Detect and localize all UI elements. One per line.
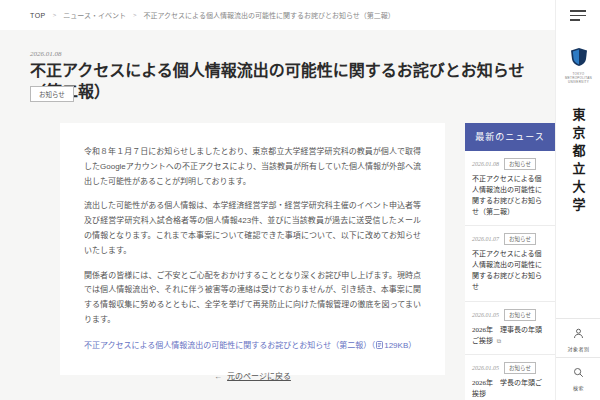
back-arrow-icon: ←	[214, 372, 222, 381]
breadcrumb-separator: >	[133, 12, 137, 18]
news-item-badge: お知らせ	[504, 309, 536, 321]
article-date: 2026.01.08	[30, 50, 62, 58]
news-item-title: 2026年 学長の年頭ご挨拶	[472, 378, 548, 400]
news-item[interactable]: 2026.01.08 お知らせ 不正アクセスによる個人情報流出の可能性に関するお…	[465, 151, 555, 226]
news-item-badge: お知らせ	[504, 158, 536, 170]
breadcrumb-top[interactable]: TOP	[30, 12, 46, 19]
pdf-download-line: 不正アクセスによる個人情報流出の可能性に関するお詫びとお知らせ（第二報）（129…	[84, 340, 421, 354]
news-item[interactable]: 2026.01.05 お知らせ 2026年 理事長の年頭ご挨拶 ⧉	[465, 302, 555, 356]
search-icon	[573, 367, 584, 378]
pdf-download-link[interactable]: 不正アクセスによる個人情報流出の可能性に関するお詫びとお知らせ（第二報）（129…	[84, 341, 416, 350]
external-link-icon: ⧉	[497, 338, 501, 344]
university-logo[interactable]: TOKYO METROPOLITAN UNIVERSITY	[556, 48, 600, 85]
shield-logo-icon	[571, 48, 587, 66]
main-content-area: 2026.01.08 不正アクセスによる個人情報流出の可能性に関するお詫びとお知…	[0, 30, 555, 400]
back-to-previous-link[interactable]: 元のページに戻る	[227, 372, 291, 381]
audience-button[interactable]: 対象者別	[556, 318, 600, 357]
pdf-icon	[376, 341, 383, 354]
page: TOP > ニュース・イベント > 不正アクセスによる個人情報流出の可能性に関す…	[0, 0, 600, 400]
news-item-date: 2026.01.07	[472, 236, 499, 242]
breadcrumb-separator: >	[53, 12, 57, 18]
news-item-badge: お知らせ	[504, 362, 536, 374]
breadcrumb: TOP > ニュース・イベント > 不正アクセスによる個人情報流出の可能性に関す…	[0, 0, 555, 30]
article-paragraph: 令和８年１月７日にお知らせしましたとおり、東京都立大学経営学研究科の教員が個人で…	[84, 145, 421, 189]
news-item-title: 2026年 理事長の年頭ご挨拶 ⧉	[472, 325, 548, 347]
latest-news-list: 2026.01.08 お知らせ 不正アクセスによる個人情報流出の可能性に関するお…	[465, 151, 555, 400]
search-button[interactable]: 検索	[556, 357, 600, 396]
news-item-date: 2026.01.05	[472, 365, 499, 371]
page-title: 不正アクセスによる個人情報流出の可能性に関するお詫びとお知らせ（第二報）	[30, 61, 535, 103]
news-item-date: 2026.01.08	[472, 161, 499, 167]
back-link-row: ←元のページに戻る	[84, 370, 421, 381]
breadcrumb-news-events[interactable]: ニュース・イベント	[63, 10, 126, 20]
latest-news-sidebar: 最新のニュース 2026.01.08 お知らせ 不正アクセスによる個人情報流出の…	[465, 123, 555, 400]
hamburger-menu-icon[interactable]	[570, 10, 586, 22]
logo-caption: TOKYO METROPOLITAN UNIVERSITY	[556, 72, 600, 85]
breadcrumb-current-page: 不正アクセスによる個人情報流出の可能性に関するお詫びとお知らせ（第二報）	[143, 10, 394, 20]
university-name-vertical: 東京都立大学	[569, 108, 588, 216]
right-rail: TOKYO METROPOLITAN UNIVERSITY 東京都立大学 対象者…	[555, 0, 600, 400]
rail-bottom-buttons: 対象者別 検索	[556, 318, 600, 396]
news-item-title: 不正アクセスによる個人情報流出の可能性に関するお詫びとお知らせ（第二報）	[472, 174, 548, 217]
latest-news-header[interactable]: 最新のニュース	[465, 123, 555, 151]
news-item[interactable]: 2026.01.05 お知らせ 2026年 学長の年頭ご挨拶	[465, 355, 555, 400]
category-badge: お知らせ	[30, 86, 74, 102]
article-body-card: 令和８年１月７日にお知らせしましたとおり、東京都立大学経営学研究科の教員が個人で…	[60, 123, 445, 375]
news-item-date: 2026.01.05	[472, 312, 499, 318]
article-paragraph: 関係者の皆様には、ご不安とご心配をおかけすることとなり深くお詫び申し上げます。現…	[84, 269, 421, 328]
news-item-badge: お知らせ	[504, 233, 536, 245]
person-icon	[573, 328, 584, 339]
news-item[interactable]: 2026.01.07 お知らせ 不正アクセスによる個人情報流出の可能性に関するお…	[465, 226, 555, 301]
article-paragraph: 流出した可能性がある個人情報は、本学経済経営学部・経営学研究科主催のイベント申込…	[84, 199, 421, 258]
news-item-title: 不正アクセスによる個人情報流出の可能性に関するお詫びとお知らせ	[472, 249, 548, 292]
